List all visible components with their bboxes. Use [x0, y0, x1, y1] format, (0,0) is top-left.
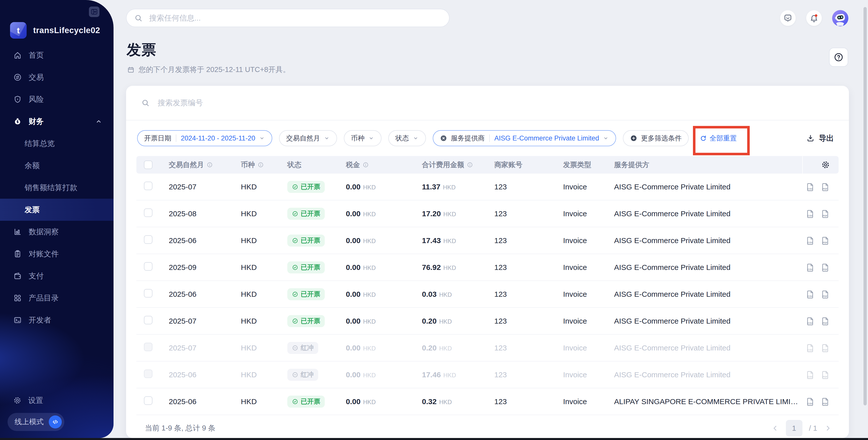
- sidebar-item-product-catalog[interactable]: 产品目录: [0, 287, 114, 309]
- row-checkbox[interactable]: [144, 343, 152, 351]
- sidebar-item-label: 数据洞察: [29, 227, 59, 237]
- row-checkbox[interactable]: [144, 289, 152, 298]
- cell-service-provider: AISG E-Commerce Private Limited: [611, 344, 802, 352]
- svg-text:PDF: PDF: [823, 348, 828, 351]
- sidebar-item-transactions[interactable]: 交易: [0, 66, 114, 88]
- reset-all-filters-link[interactable]: 全部重置: [700, 134, 737, 143]
- cell-transaction-month: 2025-06: [166, 397, 238, 406]
- next-page-icon[interactable]: [824, 424, 832, 433]
- sidebar-item-payments[interactable]: 支付: [0, 265, 114, 287]
- svg-text:CSV: CSV: [808, 402, 813, 405]
- row-checkbox[interactable]: [144, 262, 152, 271]
- download-csv-icon[interactable]: CSV: [805, 316, 815, 326]
- vertical-scrollbar[interactable]: [864, 7, 867, 405]
- chevron-down-icon: [602, 135, 609, 141]
- cell-invoice-type: Invoice: [560, 236, 611, 245]
- download-pdf-icon[interactable]: PDF: [820, 370, 830, 379]
- previous-page-icon[interactable]: [771, 424, 779, 433]
- filter-service-provider[interactable]: 服务提供商 AISG E-Commerce Private Limited: [433, 130, 616, 146]
- row-checkbox[interactable]: [144, 208, 152, 217]
- cell-service-provider: AISG E-Commerce Private Limited: [611, 371, 802, 379]
- sidebar-item-risk[interactable]: 风险: [0, 88, 114, 110]
- download-pdf-icon[interactable]: PDF: [820, 209, 830, 218]
- user-avatar[interactable]: [832, 10, 848, 26]
- select-all-checkbox[interactable]: [144, 161, 152, 169]
- feedback-button[interactable]: [780, 10, 796, 26]
- status-badge: 已开票: [287, 208, 325, 220]
- sidebar-collapse-button[interactable]: [89, 6, 99, 17]
- cell-status: 已开票: [285, 396, 343, 408]
- download-csv-icon[interactable]: CSV: [805, 209, 815, 218]
- download-csv-icon[interactable]: CSV: [805, 236, 815, 245]
- info-icon[interactable]: [467, 162, 473, 168]
- sidebar-subitem-invoices[interactable]: 发票: [0, 199, 114, 221]
- row-checkbox[interactable]: [144, 181, 152, 190]
- download-csv-icon[interactable]: CSV: [805, 263, 815, 272]
- invoice-number-search-input[interactable]: [157, 98, 834, 107]
- download-icon: [806, 134, 815, 142]
- download-pdf-icon[interactable]: PDF: [820, 263, 830, 272]
- download-pdf-icon[interactable]: PDF: [820, 290, 830, 299]
- cell-merchant-account: 123: [492, 290, 560, 299]
- filter-transaction-month[interactable]: 交易自然月: [279, 130, 337, 146]
- filter-more-conditions[interactable]: 更多筛选条件: [623, 130, 689, 146]
- filter-currency[interactable]: 币种: [344, 130, 381, 146]
- cell-tax: 0.00HKD: [343, 344, 419, 352]
- cell-tax: 0.00HKD: [343, 236, 419, 245]
- sidebar-item-finance[interactable]: 财务: [0, 110, 114, 132]
- panel-collapse-icon: [90, 8, 98, 15]
- notifications-button[interactable]: [806, 10, 822, 26]
- row-count-summary: 当前 1-9 条, 总计 9 条: [145, 423, 215, 433]
- table-settings-gear-icon[interactable]: [821, 160, 830, 169]
- row-checkbox[interactable]: [144, 235, 152, 244]
- cell-total-amount: 11.37HKD: [419, 182, 492, 191]
- download-pdf-icon[interactable]: PDF: [820, 182, 830, 192]
- info-icon[interactable]: [363, 162, 369, 168]
- svg-text:CSV: CSV: [808, 321, 813, 324]
- chevron-down-icon: [368, 135, 374, 141]
- global-search-input[interactable]: [149, 13, 441, 23]
- download-csv-icon[interactable]: CSV: [805, 290, 815, 299]
- brand[interactable]: t transLifecycle02: [10, 22, 100, 39]
- online-mode-toggle[interactable]: 线上模式: [7, 413, 64, 431]
- filter-invoice-date[interactable]: 开票日期 2024-11-20 - 2025-11-20: [137, 130, 272, 146]
- info-icon[interactable]: [257, 162, 264, 168]
- sidebar-item-data-insights[interactable]: 数据洞察: [0, 221, 114, 243]
- bar-chart-icon: [13, 227, 22, 236]
- filter-status[interactable]: 状态: [388, 130, 426, 146]
- sidebar-subitem-balance[interactable]: 余额: [0, 155, 114, 177]
- table-row: 2025-06HKD已开票0.00HKD0.32HKD123InvoiceALI…: [136, 388, 839, 415]
- row-checkbox[interactable]: [144, 316, 152, 324]
- row-checkbox[interactable]: [144, 370, 152, 378]
- current-page-button[interactable]: 1: [786, 420, 802, 437]
- sidebar-item-developers[interactable]: 开发者: [0, 309, 114, 331]
- download-csv-icon[interactable]: CSV: [805, 397, 815, 406]
- cell-total-amount: 0.20HKD: [419, 344, 492, 352]
- download-csv-icon[interactable]: CSV: [805, 343, 815, 353]
- sidebar-item-home[interactable]: 首页: [0, 44, 114, 66]
- svg-text:CSV: CSV: [808, 241, 813, 244]
- export-button[interactable]: 导出: [806, 133, 834, 143]
- download-csv-icon[interactable]: CSV: [805, 182, 815, 192]
- sidebar-subitem-settlement-overview[interactable]: 结算总览: [0, 132, 114, 155]
- settings-label: 设置: [28, 395, 43, 406]
- cell-tax: 0.00HKD: [343, 182, 419, 191]
- table-row: 2025-06HKD已开票0.00HKD0.03HKD123InvoiceAIS…: [136, 281, 839, 308]
- table-row: 2025-07HKD红冲0.00HKD0.20HKD123InvoiceAISG…: [136, 335, 839, 362]
- download-pdf-icon[interactable]: PDF: [820, 397, 830, 406]
- clear-filter-icon[interactable]: [440, 134, 447, 142]
- download-pdf-icon[interactable]: PDF: [820, 343, 830, 353]
- download-csv-icon[interactable]: CSV: [805, 370, 815, 379]
- help-button[interactable]: [829, 48, 848, 67]
- info-icon[interactable]: [207, 162, 213, 168]
- sidebar-item-settings[interactable]: 设置: [0, 389, 114, 411]
- sidebar-item-reconciliation-files[interactable]: 对账文件: [0, 243, 114, 265]
- download-pdf-icon[interactable]: PDF: [820, 316, 830, 326]
- column-header-total-amount: 合计费用金额: [419, 160, 492, 170]
- sidebar-subitem-sales-settlement[interactable]: 销售额结算打款: [0, 177, 114, 199]
- download-pdf-icon[interactable]: PDF: [820, 236, 830, 245]
- column-header-tax: 税金: [343, 160, 419, 170]
- cell-currency: HKD: [238, 263, 285, 272]
- row-checkbox[interactable]: [144, 396, 152, 405]
- transfer-icon: [13, 73, 22, 82]
